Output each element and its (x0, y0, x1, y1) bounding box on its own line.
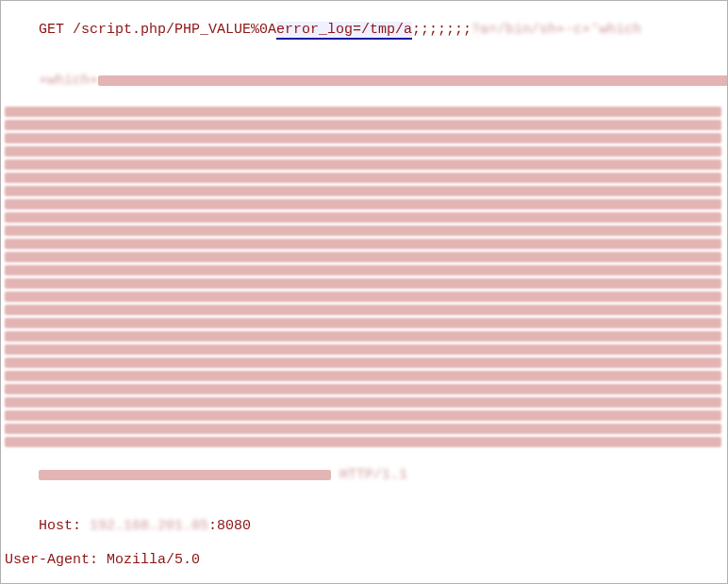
http-traffic-capture: GET /script.php/PHP_VALUE%0Aerror_log=/t… (0, 0, 728, 584)
redacted-bar-row (5, 120, 723, 132)
redacted-bar (5, 424, 721, 434)
redacted-bar-row (5, 159, 723, 172)
redacted-bar-row (5, 173, 723, 185)
request-blurred-last-line: HTTP/1.1 (5, 450, 723, 501)
request-prefix: GET /script.php/PHP_VALUE%0A (39, 22, 276, 38)
redacted-bar (5, 344, 721, 355)
request-highlight-errorlog: error_log=/tmp/a (276, 22, 412, 40)
redacted-bar (98, 75, 728, 86)
redacted-bar (5, 318, 721, 328)
redacted-bar (5, 107, 721, 117)
redacted-bar (5, 199, 721, 209)
redacted-bar-row (5, 265, 723, 277)
redacted-bar-row (5, 384, 723, 396)
request-line-1: GET /script.php/PHP_VALUE%0Aerror_log=/t… (5, 5, 723, 56)
redacted-bar-row (5, 331, 723, 343)
host-label: Host: (39, 518, 90, 534)
redacted-bar (5, 410, 721, 421)
redacted-bar-row (5, 107, 723, 119)
host-ip-blurred: 192.168.201.85 (90, 518, 208, 534)
request-header-user-agent: User-Agent: Mozilla/5.0 (5, 552, 723, 569)
request-header-host: Host: 192.168.201.85:8080 (5, 501, 723, 552)
redacted-bar (5, 384, 721, 394)
redacted-bar (5, 225, 721, 236)
redacted-bar-row (5, 225, 723, 238)
redacted-bar (5, 371, 721, 381)
redacted-bar-last (39, 470, 331, 480)
host-port: :8080 (208, 518, 251, 534)
request-suffix-semicolons: ;;;;;;; (412, 22, 472, 38)
redacted-bar (5, 252, 721, 262)
redacted-bar-row (5, 252, 723, 264)
redacted-bar (5, 239, 721, 249)
redacted-bar (5, 159, 721, 170)
redacted-bar (5, 292, 721, 302)
redacted-bar-row (5, 186, 723, 198)
redacted-bar-row (5, 371, 723, 383)
redacted-bar (5, 146, 721, 157)
redacted-bar-row (5, 212, 723, 225)
request-redacted-block (5, 107, 723, 449)
redacted-bar (5, 358, 721, 368)
redacted-bar-row (5, 437, 723, 449)
request-tail-blurred: ?a=/bin/sh+-c+'which (472, 22, 641, 38)
redacted-bar (5, 173, 721, 183)
redacted-bar-row (5, 278, 723, 291)
redacted-bar (5, 278, 721, 289)
redacted-bar (5, 437, 721, 447)
redacted-bar-row (5, 239, 723, 251)
redacted-bar (5, 265, 721, 275)
redacted-bar-row (5, 344, 723, 357)
redacted-bar-row (5, 292, 723, 304)
request-blurred-line-2: +which+ (5, 56, 723, 107)
redacted-bar-row (5, 318, 723, 330)
request-line2-prefix-blurred: +which+ (39, 73, 98, 89)
redacted-bar-row (5, 199, 723, 211)
redacted-bar-row (5, 305, 723, 317)
redacted-bar (5, 305, 721, 315)
redacted-bar (5, 186, 721, 196)
redacted-bar-row (5, 424, 723, 436)
request-http-version-blurred: HTTP/1.1 (331, 467, 407, 483)
redacted-bar (5, 133, 721, 143)
redacted-bar (5, 120, 721, 130)
redacted-bar-row (5, 146, 723, 159)
request-header-blurred-1: X-Pownd: {xxxxxxxxxxxxxxx} (5, 569, 723, 584)
redacted-bar (5, 331, 721, 342)
redacted-bar (5, 212, 721, 223)
redacted-bar-row (5, 410, 723, 423)
redacted-bar-row (5, 397, 723, 409)
redacted-bar-row (5, 358, 723, 370)
redacted-bar-row (5, 133, 723, 145)
redacted-bar (5, 397, 721, 408)
